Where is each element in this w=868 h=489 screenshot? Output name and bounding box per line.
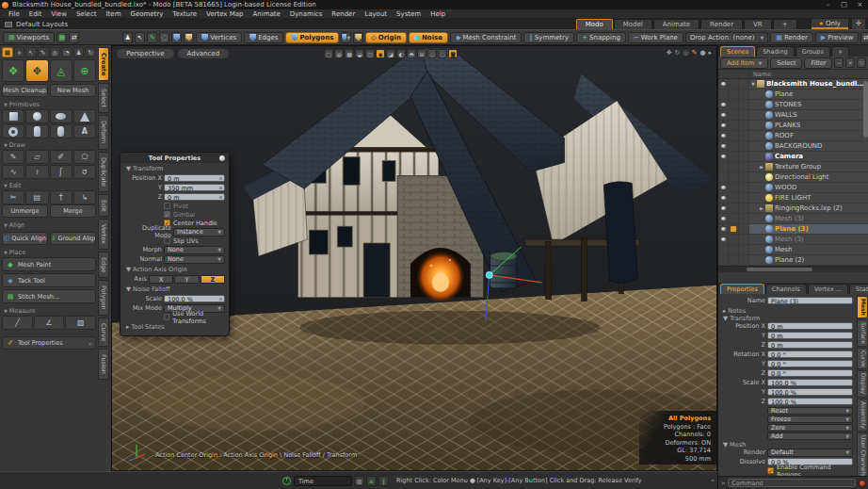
scene-panel-tab[interactable]: Shading [756, 46, 794, 57]
render-state-cell[interactable] [739, 245, 749, 254]
select-state-cell[interactable] [729, 131, 739, 140]
toolbox-tab[interactable]: Edit [98, 194, 109, 218]
tree-item[interactable]: Mesh [718, 245, 868, 255]
gimbal-checkbox[interactable]: ✓ [164, 211, 170, 218]
visibility-eye-icon[interactable] [718, 172, 729, 182]
tree-item[interactable]: ▼ Blacksmith House_bundled_bun ... [718, 79, 868, 90]
slice-button[interactable]: ▤ [25, 190, 48, 204]
scene-panel-tab[interactable]: + [831, 46, 849, 57]
normal-dropdown[interactable]: None▼ [164, 255, 225, 264]
snapping-button[interactable]: +Snapping [576, 32, 626, 43]
select-state-cell[interactable] [729, 214, 739, 223]
axis-z-button[interactable]: Z [201, 275, 225, 284]
enable-command-regions-checkbox[interactable]: ✓ [767, 467, 774, 474]
compare-icon[interactable]: ⇄ [860, 32, 868, 43]
render-state-cell[interactable] [739, 172, 749, 182]
polygons-mode-button[interactable]: Polygons [285, 32, 339, 43]
time-field[interactable]: Time [294, 476, 352, 486]
duplicate-mode-dropdown[interactable]: Instance▼ [173, 228, 225, 236]
properties-tab[interactable]: Channels [765, 284, 807, 294]
position-x-input[interactable]: 0 m [164, 174, 225, 183]
slip-uvs-checkbox[interactable] [164, 237, 170, 244]
orbit-icon[interactable]: ↻ [675, 49, 681, 57]
menu-item[interactable]: Texture [168, 9, 201, 19]
select-state-cell[interactable] [729, 245, 739, 254]
name-column-header[interactable]: Name [749, 71, 771, 78]
ao-toggle-icon[interactable]: ◉ [376, 49, 385, 58]
tree-item[interactable]: ROOF [718, 131, 868, 141]
layout-tab[interactable]: Modo [576, 19, 613, 29]
axis-y-button[interactable]: Y [174, 275, 199, 284]
menu-item[interactable]: System [392, 9, 426, 19]
render-state-cell[interactable] [739, 110, 749, 120]
dimension-measure-button[interactable]: ▧ [65, 316, 96, 330]
visibility-eye-icon[interactable] [718, 214, 729, 223]
menu-item[interactable]: Help [426, 9, 450, 19]
visibility-eye-icon[interactable] [718, 141, 729, 151]
transform-action-dropdown[interactable]: Freeze▼ [767, 416, 853, 423]
shadow-icon[interactable]: ◪ [386, 49, 395, 58]
use-world-transforms-checkbox[interactable] [164, 314, 169, 320]
properties-tab[interactable]: Vertex ... [808, 284, 848, 294]
transform-value-input[interactable]: 0.0 ° [767, 350, 853, 359]
3d-viewport[interactable]: Perspective Advanced ▢ ◍ ▩ ◒ ◫ ◉ ◪ ◐ ◓ ⊞… [111, 45, 717, 471]
render-state-cell[interactable] [739, 121, 749, 130]
torus-primitive-button[interactable] [2, 124, 24, 139]
properties-vertical-tab[interactable]: Display [857, 370, 868, 397]
close-icon[interactable]: × [88, 340, 92, 347]
tree-item[interactable]: Plane [718, 90, 868, 100]
paint-select-icon[interactable]: ✎ [147, 32, 157, 43]
swap-layout-icon[interactable]: ⇄ [69, 32, 79, 43]
tree-item[interactable]: ▶ RingingRocks.lxp (2) [718, 204, 868, 214]
layout-tab[interactable]: + [773, 19, 797, 29]
delete-icon[interactable]: × [845, 57, 855, 68]
viewport-layout-icon[interactable]: ▦ [56, 32, 67, 43]
visibility-eye-icon[interactable] [718, 255, 729, 265]
render-state-cell[interactable] [739, 224, 749, 234]
sliders-icon[interactable]: ∥ [378, 476, 389, 486]
pan-icon[interactable]: ✥ [667, 49, 672, 57]
preview-button[interactable]: ▶Preview [815, 32, 860, 43]
new-mesh-button[interactable]: New Mesh [50, 84, 96, 97]
select-state-cell[interactable] [729, 224, 739, 234]
transform-action-dropdown[interactable]: Reset▼ [767, 407, 853, 415]
render-state-cell[interactable] [739, 100, 749, 109]
visibility-eye-icon[interactable] [718, 162, 729, 171]
transform-action-dropdown[interactable]: Add▼ [767, 432, 853, 440]
properties-vertical-tab[interactable]: Surface [857, 319, 868, 347]
cube-primitive-button[interactable] [2, 109, 24, 123]
layout-tab[interactable]: Render [700, 19, 743, 29]
render-state-cell[interactable] [739, 204, 749, 213]
select-state-cell[interactable] [729, 121, 739, 130]
tree-item[interactable]: ▶ Texture Group [718, 162, 868, 172]
properties-vertical-tab[interactable]: Curve [857, 348, 868, 370]
drop-action-dropdown[interactable]: Drop Action: (none)▼ [685, 32, 768, 43]
select-state-cell[interactable] [729, 100, 739, 109]
draw-style-icon[interactable]: ▢ [324, 49, 333, 58]
menu-item[interactable]: Edit [24, 9, 47, 19]
center-mode-icon[interactable] [353, 32, 363, 43]
zoom-icon[interactable]: ◎ [683, 49, 688, 57]
render-state-cell[interactable] [739, 214, 749, 223]
visibility-eye-icon[interactable] [718, 121, 729, 130]
tree-item[interactable]: PLANKS [718, 121, 868, 131]
unmerge-button[interactable]: Unmerge [2, 204, 48, 218]
ground-align-button[interactable]: ⇩ Ground Align [50, 232, 96, 245]
work-plane-button[interactable]: ⌐Work Plane [628, 32, 683, 43]
expander-icon[interactable]: ▶ [758, 205, 765, 211]
menu-item[interactable]: Render [327, 9, 360, 19]
layout-tab[interactable]: Model [614, 19, 652, 29]
visibility-eye-icon[interactable] [718, 204, 729, 213]
drop-tool-button[interactable]: ✥ [2, 59, 24, 82]
toolbox-tab[interactable]: Create [98, 47, 109, 81]
curve-draw-button[interactable]: ∿ [2, 165, 24, 179]
properties-tab[interactable]: Stats [849, 284, 868, 294]
filter-button[interactable]: Filter [804, 57, 832, 69]
matcap-icon[interactable]: ◐ [396, 49, 406, 58]
pen-draw-button[interactable]: ✎ [2, 150, 24, 164]
tree-item[interactable]: Camera [718, 152, 868, 162]
noise-falloff-button[interactable]: ●Noise [409, 32, 448, 43]
visibility-eye-icon[interactable] [718, 131, 729, 140]
menu-item[interactable]: Dynamics [285, 9, 328, 19]
panel-thumb-icon[interactable] [219, 155, 225, 161]
